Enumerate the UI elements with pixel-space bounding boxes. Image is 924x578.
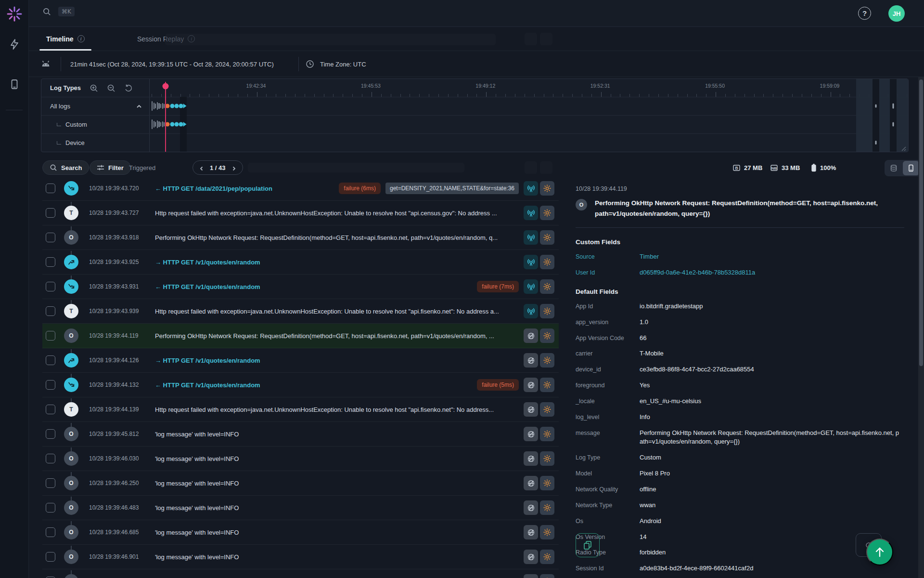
row-checkbox[interactable] [46,552,55,562]
field-value[interactable]: ce3efbd8-86f8-4c47-bcc2-27d2caa68554 [640,365,754,374]
log-row[interactable]: O 10/28 19:39:46.030 'log message' with … [42,447,559,471]
field-value[interactable]: Performing OkHttp Network Request: Reque… [640,429,902,447]
brightness-icon[interactable] [540,402,554,417]
globe-offline-icon[interactable] [524,328,538,343]
field-value[interactable]: Timber [640,252,659,262]
brightness-icon[interactable] [540,378,554,392]
row-checkbox[interactable] [46,503,55,512]
log-row[interactable]: 10/28 19:39:43.720 ← HTTP GET /data/2021… [42,176,559,201]
playhead-handle[interactable] [163,83,169,90]
zoom-in-icon[interactable] [90,84,98,92]
row-checkbox[interactable] [46,527,55,537]
zoom-out-icon[interactable] [107,84,116,92]
globe-offline-icon[interactable] [524,574,538,578]
field-value[interactable]: 1.0 [640,318,648,327]
globe-offline-icon[interactable] [524,476,538,490]
brightness-icon[interactable] [540,353,554,368]
data-view-button[interactable] [886,161,902,175]
brightness-icon[interactable] [540,451,554,466]
field-value[interactable]: forbidden [640,548,666,557]
scrollbar-thumb[interactable] [919,79,923,366]
row-checkbox[interactable] [46,478,55,488]
row-checkbox[interactable] [46,184,55,193]
brightness-icon[interactable] [540,206,554,220]
cell-antenna-icon[interactable] [524,206,538,220]
events-lightning-icon[interactable] [9,39,20,50]
field-value[interactable]: Yes [640,381,650,390]
log-row[interactable]: O 10/28 19:39:45.812 'log message' with … [42,422,559,447]
row-checkbox[interactable] [46,282,55,291]
cell-antenna-icon[interactable] [524,181,538,196]
globe-offline-icon[interactable] [524,378,538,392]
row-checkbox[interactable] [46,454,55,463]
log-type-custom[interactable]: Custom [41,115,150,133]
globe-offline-icon[interactable] [524,525,538,539]
user-avatar[interactable]: JH [888,5,905,22]
field-value[interactable]: en_US_#u-mu-celsius [640,397,701,406]
log-row[interactable]: O 10/28 19:39:46.483 'log message' with … [42,496,559,520]
row-checkbox[interactable] [46,355,55,365]
timeline-track-area[interactable]: 19:42:3419:45:5319:49:1219:52:3119:55:50… [150,79,908,152]
log-row[interactable]: T 10/28 19:39:43.727 Http request failed… [42,201,559,225]
prev-page-icon[interactable] [199,165,204,170]
chevron-up-icon[interactable] [136,104,142,109]
help-button[interactable]: ? [858,7,871,20]
reset-zoom-icon[interactable] [124,84,133,92]
log-row[interactable]: O 10/28 19:39:43.918 Performing OkHttp N… [42,225,559,250]
log-row[interactable]: 10/28 19:39:43.925 → HTTP GET /v1/quotes… [42,250,559,275]
field-value[interactable]: wwan [640,501,655,510]
page-scrollbar[interactable] [918,77,924,578]
field-value[interactable]: Custom [640,453,661,462]
brightness-icon[interactable] [540,574,554,578]
brightness-icon[interactable] [540,525,554,539]
row-checkbox[interactable] [46,429,55,439]
brightness-icon[interactable] [540,550,554,564]
device-view-button[interactable] [903,161,919,175]
scroll-to-top-button[interactable] [866,539,893,565]
globe-offline-icon[interactable] [524,427,538,441]
log-row[interactable]: O 10/28 19:39:4 'log message' with level… [42,569,559,578]
event-dot[interactable] [175,122,179,127]
field-value[interactable]: 66 [640,334,646,343]
device-phone-icon[interactable] [9,79,20,90]
copy-fields-button[interactable] [576,533,600,557]
event-dot[interactable] [175,104,179,108]
brightness-icon[interactable] [540,328,554,343]
cell-antenna-icon[interactable] [524,279,538,294]
log-row[interactable]: 10/28 19:39:43.931 ← HTTP GET /v1/quotes… [42,275,559,299]
field-value[interactable]: d065ff9d-0a6e-41e2-b46b-78b5328d811a [640,268,755,277]
row-checkbox[interactable] [46,233,55,242]
brightness-icon[interactable] [540,279,554,294]
log-type-device[interactable]: Device [41,133,150,152]
log-row[interactable]: T 10/28 19:39:44.139 Http request failed… [42,397,559,422]
row-checkbox[interactable] [46,208,55,218]
playhead-line[interactable] [165,82,166,152]
field-value[interactable]: io.bitdrift.gradletestapp [640,302,703,311]
log-type-all-logs[interactable]: All logs [41,97,150,115]
globe-offline-icon[interactable] [524,353,538,368]
brightness-icon[interactable] [540,181,554,196]
brightness-icon[interactable] [540,500,554,515]
log-list[interactable]: 10/28 19:39:43.720 ← HTTP GET /data/2021… [42,176,559,578]
row-checkbox[interactable] [46,380,55,390]
bitdrift-logo-icon[interactable] [6,6,23,22]
event-dot[interactable] [179,122,183,127]
brightness-icon[interactable] [540,255,554,269]
event-dot[interactable] [170,122,175,127]
row-checkbox[interactable] [46,405,55,414]
cell-antenna-icon[interactable] [524,304,538,318]
brightness-icon[interactable] [540,476,554,490]
log-row[interactable]: O 10/28 19:39:46.901 'log message' with … [42,545,559,569]
row-checkbox[interactable] [46,306,55,316]
panel-resize-handle[interactable] [900,144,906,150]
globe-offline-icon[interactable] [524,451,538,466]
globe-offline-icon[interactable] [524,550,538,564]
field-value[interactable]: a0de83b4-bd2f-4ece-89f9-6602441caf2d [640,564,753,573]
timeline-info-icon[interactable]: i [77,35,85,42]
log-row[interactable]: 10/28 19:39:44.132 ← HTTP GET /v1/quotes… [42,373,559,397]
search-button[interactable]: Search [42,160,89,175]
globe-offline-icon[interactable] [524,402,538,417]
field-value[interactable]: Pixel 8 Pro [640,469,670,478]
brightness-icon[interactable] [540,304,554,318]
event-dot[interactable] [170,104,175,108]
